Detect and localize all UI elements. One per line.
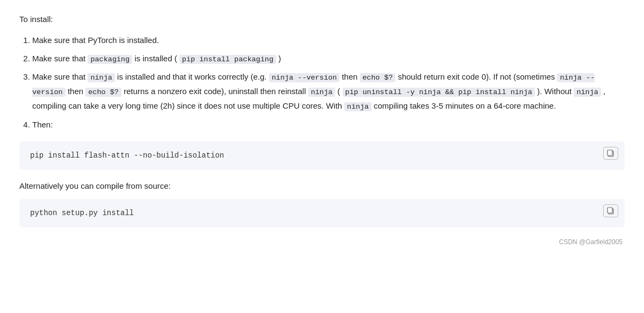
step-3-text-7: (	[335, 87, 342, 96]
step-2-text-3: )	[276, 54, 281, 63]
step-3-text-8: ). Without	[535, 87, 574, 96]
step-2-text-1: Make sure that	[32, 54, 88, 63]
svg-rect-1	[607, 150, 612, 155]
step-3-code-ninja-3: ninja	[574, 88, 601, 97]
step-3-text-5: then	[66, 87, 86, 96]
step-2-code-2: pip install packaging	[179, 55, 276, 64]
step-1-text: Make sure that PyTorch is installed.	[32, 35, 159, 45]
intro-label: To install:	[19, 13, 625, 26]
code-block-2-text: python setup.py install	[30, 209, 134, 217]
code-block-1-text: pip install flash-attn --no-build-isolat…	[30, 151, 224, 160]
copy-icon-1	[606, 149, 615, 158]
step-3-text-1: Make sure that	[32, 72, 88, 81]
install-steps: Make sure that PyTorch is installed. Mak…	[19, 33, 625, 132]
step-2-code-1: packaging	[88, 55, 132, 64]
code-block-1: pip install flash-attn --no-build-isolat…	[19, 141, 625, 170]
step-3-text-2: is installed and that it works correctly…	[115, 72, 269, 81]
step-4: Then:	[32, 118, 625, 132]
step-3-text-10: compiling takes 3-5 minutes on a 64-core…	[372, 101, 556, 110]
footer-credit: CSDN @Garfield2005	[19, 237, 625, 247]
step-3-code-ninja-1: ninja	[88, 73, 115, 82]
step-3-code-uninstall: pip uninstall -y ninja && pip install ni…	[343, 88, 535, 97]
step-4-text: Then:	[32, 120, 53, 129]
step-3-code-echo-1: echo $?	[360, 73, 396, 82]
copy-button-2[interactable]	[603, 204, 618, 217]
step-3-code-ninja-version-1: ninja --version	[269, 73, 340, 82]
copy-button-1[interactable]	[603, 147, 618, 160]
step-3-text-6: returns a nonzero exit code), uninstall …	[121, 87, 308, 96]
code-block-2: python setup.py install	[19, 199, 625, 227]
step-1: Make sure that PyTorch is installed.	[32, 33, 625, 47]
step-2-text-2: is installed (	[132, 54, 179, 63]
copy-icon-2	[606, 207, 615, 215]
step-2: Make sure that packaging is installed ( …	[32, 52, 625, 66]
step-3-text-4: should return exit code 0). If not (some…	[395, 72, 557, 81]
step-3-text-3: then	[339, 72, 360, 81]
step-3-code-echo-2: echo $?	[85, 88, 121, 97]
step-3-code-ninja-2: ninja	[308, 88, 336, 97]
svg-rect-3	[607, 208, 612, 213]
step-3: Make sure that ninja is installed and th…	[32, 70, 625, 113]
alt-label: Alternatively you can compile from sourc…	[19, 180, 625, 193]
step-3-code-ninja-4: ninja	[344, 102, 372, 111]
